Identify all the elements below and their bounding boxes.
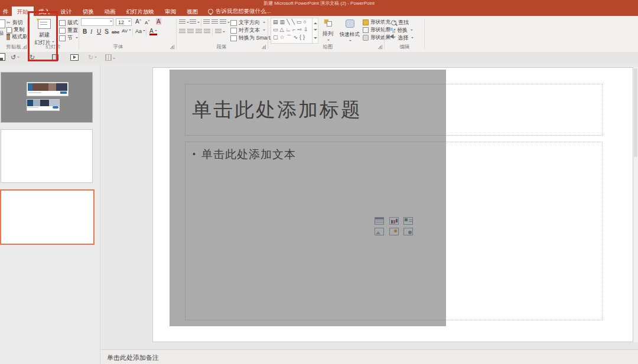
line-spacing-button[interactable] [220,19,230,26]
align-right-icon [196,29,202,34]
shapes-row-2[interactable]: ▭△∟⌐⇨⇩ [271,26,312,34]
tell-me-label: 告诉我您想要做什么... [216,8,271,15]
align-text-button[interactable]: 对齐文本 [230,27,265,34]
replace-icon [390,28,395,33]
paste-icon [0,19,5,28]
slide-area-scrollbar[interactable] [633,67,638,342]
dropdown-icon [262,28,265,34]
bullets-button[interactable] [179,19,189,26]
ribbon-tab-bar: 件 开始 插入 设计 切换 动画 幻灯片放映 审阅 视图 告诉我您想要做什么..… [0,6,638,16]
text-direction-button[interactable]: 文字方向 [230,19,265,27]
annotation-highlight-rectangle [28,11,58,61]
shapes-row-1[interactable]: ▤▥╲╲▭○ [271,18,312,26]
paragraph-dialog-launcher-icon[interactable] [262,45,266,49]
dropdown-icon [262,20,265,26]
tab-transitions[interactable]: 切换 [77,6,99,16]
reset-button[interactable]: 重置 [59,27,78,34]
shape-outline-icon [363,27,369,33]
find-button[interactable]: 查找 [391,19,409,27]
tab-slideshow[interactable]: 幻灯片放映 [121,6,160,16]
align-left-icon [179,29,185,34]
decrease-indent-button[interactable] [203,19,210,26]
thumbnail-slide-1[interactable] [1,72,93,123]
cursor-icon [390,34,398,42]
tab-animations[interactable]: 动画 [99,6,121,16]
dropdown-icon [112,55,115,62]
shrink-font-button[interactable]: A˅ [145,19,150,25]
shapes-scroll-column[interactable] [312,18,318,44]
layout-button[interactable]: 版式 [59,19,83,27]
font-color-button[interactable]: A [149,28,157,35]
align-center-button[interactable] [187,29,194,35]
tab-review[interactable]: 审阅 [160,6,181,16]
tab-file[interactable]: 件 [0,6,12,16]
shapes-gallery[interactable]: ▤▥╲╲▭○ ▭△∟⌐⇨⇩ ▢☆⌒∿{} [271,18,313,44]
section-button[interactable]: 节 [59,34,78,42]
more-shapes-icon[interactable] [314,37,317,41]
strikethrough-button[interactable]: abc [112,29,119,35]
slide-thumbnail-panel[interactable] [0,64,100,364]
font-dialog-launcher-icon[interactable] [170,45,174,49]
dropdown-icon[interactable] [109,19,112,25]
replace-button[interactable]: 替换 [390,27,413,34]
drawing-dialog-launcher-icon[interactable] [378,45,382,49]
scroll-up-icon[interactable] [314,21,317,24]
tab-design[interactable]: 设计 [56,6,77,16]
increase-indent-button[interactable] [211,19,218,26]
justify-button[interactable] [204,29,210,35]
align-right-button[interactable] [196,29,202,35]
underline-button[interactable]: U [97,28,101,35]
thumbnail-slide-3-selected[interactable] [0,189,95,245]
tab-view[interactable]: 视图 [181,6,203,16]
justify-icon [204,29,210,34]
find-label: 查找 [398,19,409,27]
dropdown-icon[interactable] [127,19,131,25]
font-name-combobox[interactable] [81,18,113,26]
character-spacing-button[interactable]: AV [122,28,131,34]
ribbon: 贴 ✂ 剪切 复制 格式刷 剪贴板 ✦ 新建 幻灯片 版式 重置 节 幻灯片 1… [0,16,638,53]
columns-button[interactable] [215,29,225,35]
dropdown-icon [410,35,414,41]
select-label: 选择 [398,34,408,42]
change-case-button[interactable]: Aa [135,28,145,34]
clipboard-dialog-launcher-icon[interactable] [22,45,27,49]
shapes-row-3[interactable]: ▢☆⌒∿{} [271,34,312,41]
numbering-button[interactable] [190,19,200,26]
italic-button[interactable]: I [90,28,92,35]
quick-styles-button[interactable]: 快速样式 [338,19,362,44]
paste-button[interactable]: 贴 [0,19,5,37]
reset-label: 重置 [67,27,78,34]
scrollbar-thumb[interactable] [634,68,637,157]
thumbnail-slide-2[interactable] [1,129,93,183]
dropdown-icon [348,38,351,44]
arrange-icon [324,19,332,26]
font-group-label: 字体 [97,44,139,51]
align-left-button[interactable] [179,29,185,35]
section-icon [59,35,66,41]
dropdown-icon[interactable] [16,54,19,61]
font-size-value: 12 [118,19,124,25]
select-button[interactable]: 选择 [391,34,414,42]
bold-button[interactable]: B [83,28,87,35]
font-size-combobox[interactable]: 12 [116,18,132,26]
bullet-list-icon [179,19,185,25]
dropdown-icon [222,29,225,35]
search-icon [391,20,396,25]
layout-icon [59,20,66,26]
start-slideshow-button[interactable] [70,54,79,63]
text-shadow-button[interactable]: S [105,28,109,35]
dropdown-icon [185,20,189,26]
undo-button[interactable]: ↺ [11,53,19,62]
save-button[interactable] [0,53,5,63]
scroll-down-icon[interactable] [314,29,317,32]
tell-me-box[interactable]: 告诉我您想要做什么... [208,6,271,16]
notes-pane[interactable]: 单击此处添加备注 [101,349,638,364]
shape-outline-label: 形状轮廓 [370,27,390,34]
format-painter-button[interactable]: 格式刷 [6,33,28,41]
grow-font-button[interactable]: A˄ [135,18,141,25]
arrange-button[interactable]: 排列 [320,19,336,44]
smartart-icon [230,35,237,41]
clear-formatting-button[interactable]: A [156,18,161,25]
drawing-group-label: 绘图 [310,44,346,51]
indent-icon [211,19,218,25]
